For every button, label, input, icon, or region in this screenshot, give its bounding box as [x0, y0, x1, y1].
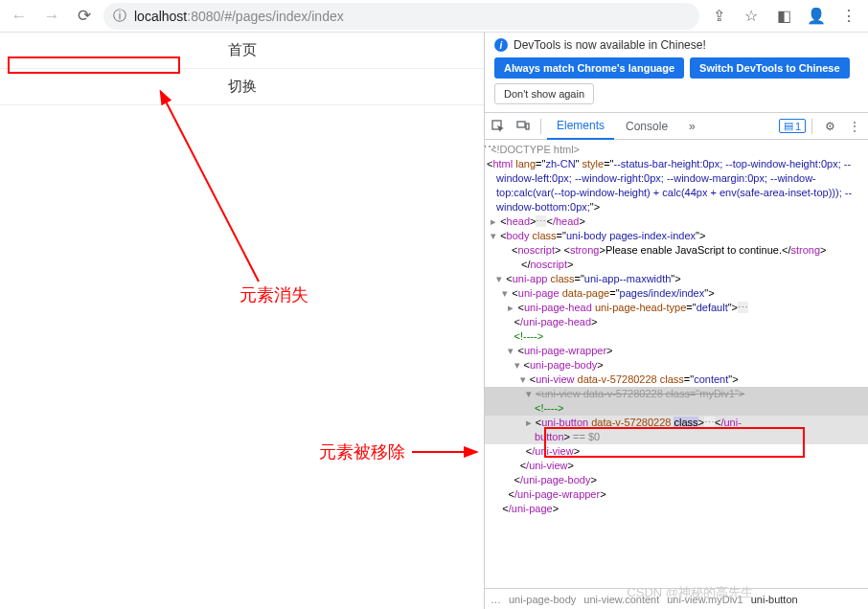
inspect-icon[interactable] [487, 115, 510, 138]
back-button[interactable]: ← [6, 3, 33, 30]
tabs-more[interactable]: » [679, 113, 705, 139]
page-viewport: 首页 切换 元素消失 元素被移除 [0, 33, 485, 609]
dom-unibutton[interactable]: ⋯ ▸<uni-button data-v-57280228 class>⋯</… [485, 416, 868, 430]
switch-button[interactable]: 切换 [0, 69, 484, 105]
dom-uniview-content[interactable]: ▾<uni-view data-v-57280228 class="conten… [485, 372, 868, 387]
dom-unibutton-2[interactable]: button> == $0 [485, 430, 868, 444]
dom-close-uniview2[interactable]: </uni-view> [485, 459, 868, 473]
share-icon[interactable]: ⇪ [705, 3, 732, 30]
main-split: 首页 切换 元素消失 元素被移除 i DevTools is now avail… [0, 33, 868, 609]
reload-button[interactable]: ⟳ [71, 3, 98, 30]
browser-toolbar: ← → ⟳ ⓘ localhost:8080/#/pages/index/ind… [0, 0, 868, 33]
dom-close-pagebody[interactable]: </uni-page-body> [485, 473, 868, 487]
dom-body[interactable]: ▾<body class="uni-body pages-index-index… [485, 229, 868, 243]
dom-comment-2[interactable]: <!----> [485, 401, 868, 416]
dom-html[interactable]: <html lang="zh-CN" style="--status-bar-h… [485, 157, 868, 214]
url-host: localhost [134, 9, 187, 24]
info-icon: i [494, 38, 508, 52]
dom-noscript[interactable]: <noscript> <strong>Please enable JavaScr… [485, 243, 868, 272]
dom-head[interactable]: ▸<head>⋯</head> [485, 214, 868, 229]
site-info-icon[interactable]: ⓘ [113, 8, 126, 25]
settings-icon[interactable]: ⚙ [818, 115, 841, 138]
always-match-button[interactable]: Always match Chrome's language [494, 57, 684, 79]
extensions-icon[interactable]: ◧ [770, 3, 797, 30]
dom-close-pagewrapper[interactable]: </uni-page-wrapper> [485, 487, 868, 502]
dom-unipage[interactable]: ▾<uni-page data-page="pages/index/index"… [485, 286, 868, 301]
forward-button[interactable]: → [38, 3, 65, 30]
device-icon[interactable] [512, 115, 535, 138]
dom-pagehead-close[interactable]: </uni-page-head> [485, 315, 868, 329]
dom-close-unipage[interactable]: </uni-page> [485, 502, 868, 516]
tab-elements[interactable]: Elements [547, 114, 614, 140]
dom-uniapp[interactable]: ▾<uni-app class="uni-app--maxwidth"> [485, 272, 868, 286]
dom-uniview-mydiv[interactable]: ▾<uni-view data-v-57280228 class="myDiv1… [485, 387, 868, 401]
devtools-panel: i DevTools is now available in Chinese! … [485, 33, 868, 609]
dom-pagebody[interactable]: ▾<uni-page-body> [485, 358, 868, 372]
dont-show-button[interactable]: Don't show again [494, 83, 594, 104]
svg-rect-4 [526, 124, 529, 129]
annotation-text-disappear: 元素消失 [240, 283, 308, 306]
dom-tree[interactable]: <!DOCTYPE html> <html lang="zh-CN" style… [485, 140, 868, 588]
svg-rect-3 [517, 122, 525, 127]
dom-doctype[interactable]: <!DOCTYPE html> [485, 143, 868, 157]
dom-pagewrapper[interactable]: ▾<uni-page-wrapper> [485, 344, 868, 358]
profile-icon[interactable]: 👤 [803, 3, 830, 30]
banner-text: DevTools is now available in Chinese! [514, 38, 706, 52]
menu-icon[interactable]: ⋮ [835, 3, 862, 30]
watermark: CSDN @神秘的高先生 [627, 584, 753, 601]
switch-devtools-button[interactable]: Switch DevTools to Chinese [690, 57, 850, 79]
devtools-banner: i DevTools is now available in Chinese! … [485, 33, 868, 113]
devtools-tabs: Elements Console » ▤ 1 ⚙ ⋮ [485, 113, 868, 140]
devtools-menu-icon[interactable]: ⋮ [843, 115, 866, 138]
tab-console[interactable]: Console [616, 113, 677, 139]
page-title: 首页 [0, 33, 484, 69]
crumb-button[interactable]: uni-button [751, 594, 798, 605]
url-path: :8080/#/pages/index/index [187, 9, 343, 24]
dom-pagehead[interactable]: ▸<uni-page-head uni-page-head-type="defa… [485, 301, 868, 315]
star-icon[interactable]: ☆ [738, 3, 765, 30]
annotation-arrow-1 [153, 90, 278, 301]
annotation-text-removed: 元素被移除 [319, 440, 405, 463]
messages-badge[interactable]: ▤ 1 [779, 119, 806, 133]
dom-close-uniview1[interactable]: </uni-view> [485, 444, 868, 459]
svg-line-0 [165, 100, 259, 282]
crumb-pagebody[interactable]: uni-page-body [509, 594, 576, 605]
url-bar[interactable]: ⓘ localhost:8080/#/pages/index/index [103, 3, 699, 30]
annotation-arrow-2 [410, 444, 479, 460]
dom-comment-1[interactable]: <!----> [485, 329, 868, 344]
